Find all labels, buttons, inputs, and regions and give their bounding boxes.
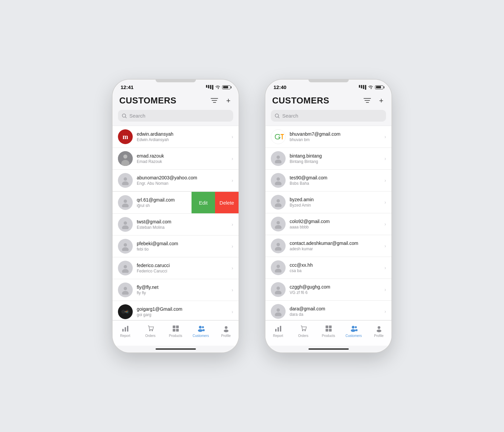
filter-icon-1: [211, 98, 218, 103]
customer-item[interactable]: emad.razouk Emad Razouk ›: [113, 148, 239, 170]
svg-point-8: [122, 204, 129, 207]
customer-item[interactable]: fly@fly.net fly fly ›: [113, 279, 239, 301]
customer-item[interactable]: twst@gmail.com Esteban Molina ›: [113, 214, 239, 235]
avatar: [271, 217, 286, 231]
chevron-right-icon: ›: [384, 265, 386, 270]
svg-point-78: [355, 329, 358, 331]
avatar: [118, 283, 133, 297]
customer-info: colo92@gmail.com aaaa bbbb: [290, 219, 382, 229]
orders-icon-1: [146, 325, 155, 333]
orders-icon-2: [299, 325, 307, 333]
svg-rect-73: [326, 329, 328, 332]
customer-item[interactable]: contact.adeshkumar@gmail.com adesh kumar…: [265, 235, 391, 257]
svg-rect-47: [282, 134, 283, 139]
nav-label-report-1: Report: [120, 334, 130, 338]
svg-point-79: [378, 326, 380, 329]
svg-point-10: [122, 225, 129, 229]
customer-item[interactable]: goigarg1@Gmail.com goi garg ›: [113, 301, 239, 320]
add-button-2[interactable]: +: [378, 96, 385, 106]
svg-point-70: [304, 330, 306, 331]
search-box-2[interactable]: Search: [271, 110, 386, 122]
customer-email: pfebeki@gmail.com: [137, 241, 229, 246]
svg-rect-71: [326, 326, 328, 328]
plus-icon-1: +: [226, 97, 230, 104]
nav-label-orders-2: Orders: [298, 334, 308, 338]
customer-info: federico.carucci Federico Carucci: [137, 263, 229, 273]
customer-name: Esteban Molina: [137, 225, 229, 230]
chevron-right-icon: ›: [384, 156, 386, 161]
customer-name: adesh kumar: [290, 247, 382, 251]
svg-point-75: [352, 326, 354, 329]
svg-rect-74: [329, 329, 332, 332]
edit-button[interactable]: Edit: [192, 192, 215, 213]
search-box-1[interactable]: Search: [118, 110, 233, 122]
report-icon-2: [274, 325, 282, 333]
svg-line-44: [278, 117, 279, 118]
svg-point-23: [127, 311, 128, 312]
customer-info: goigarg1@Gmail.com goi garg: [137, 306, 229, 317]
nav-customers-1[interactable]: Customers: [188, 323, 213, 339]
search-placeholder-1: Search: [129, 113, 145, 119]
customer-info: dara@gmail.com dara da: [290, 306, 382, 317]
nav-label-customers-2: Customers: [345, 334, 362, 338]
chevron-right-icon: ›: [232, 222, 233, 227]
customer-email: goigarg1@Gmail.com: [137, 306, 229, 312]
header-actions-1: +: [209, 96, 232, 106]
nav-profile-2[interactable]: Profile: [366, 323, 391, 339]
customer-item[interactable]: abunoman2003@yahoo.com Engr. Abu Noman ›: [113, 170, 239, 191]
nav-products-1[interactable]: Products: [163, 323, 188, 339]
customer-item[interactable]: federico.carucci Federico Carucci ›: [113, 257, 239, 279]
svg-point-76: [351, 329, 355, 332]
nav-customers-2[interactable]: Customers: [341, 323, 366, 339]
customer-email: edwin.ardiansyah: [137, 131, 229, 137]
customer-item[interactable]: pfebeki@gmail.com febi tio ›: [113, 235, 239, 257]
customer-name: goi garg: [137, 312, 229, 317]
filter-button-1[interactable]: [209, 97, 219, 105]
search-icon-1: [122, 114, 127, 118]
search-icon-2: [275, 114, 280, 118]
plus-icon-2: +: [379, 97, 383, 104]
svg-point-41: [225, 326, 227, 329]
customer-email: colo92@gmail.com: [290, 219, 382, 224]
swiped-customer-item[interactable]: qrl.61@gmail.com iğrul sh › Edit Delete: [113, 191, 239, 214]
customer-item[interactable]: dara@gmail.com dara da ›: [265, 301, 391, 320]
svg-point-6: [122, 181, 129, 185]
search-container-1: Search: [113, 110, 239, 126]
bottom-nav-1: Report Orders: [113, 320, 239, 346]
customer-item[interactable]: m edwin.ardiansyah Edwin Ardiansyah ›: [113, 126, 239, 148]
customer-item[interactable]: colo92@gmail.com aaaa bbbb ›: [265, 213, 391, 235]
svg-point-31: [149, 330, 151, 331]
nav-profile-1[interactable]: Profile: [213, 323, 239, 339]
customer-name: Bintang Bintang: [290, 159, 382, 164]
svg-point-5: [124, 177, 127, 181]
customer-item[interactable]: byzed.amin Byzed Amin ›: [265, 191, 391, 213]
customer-email: abunoman2003@yahoo.com: [137, 175, 229, 180]
customer-item[interactable]: bhuvanbm7@gmail.com bhuvan bm ›: [265, 126, 391, 148]
nav-report-1[interactable]: Report: [113, 323, 138, 339]
delete-button[interactable]: Delete: [215, 192, 239, 213]
nav-orders-2[interactable]: Orders: [291, 323, 316, 339]
customer-info: bhuvanbm7@gmail.com bhuvan bm: [290, 131, 382, 142]
filter-button-2[interactable]: [362, 97, 372, 105]
add-button-1[interactable]: +: [225, 96, 232, 106]
notch-2: [308, 80, 349, 82]
svg-point-60: [277, 287, 280, 290]
chevron-right-icon: ›: [384, 134, 386, 139]
nav-report-2[interactable]: Report: [265, 323, 291, 339]
customer-item[interactable]: czggh@gughg.com VG zf f6 6 ›: [265, 279, 391, 301]
customer-item[interactable]: ccc@xx.hh csa ba ›: [265, 257, 391, 279]
svg-point-15: [124, 287, 127, 290]
chevron-right-icon: ›: [232, 309, 233, 314]
nav-label-report-2: Report: [273, 334, 283, 338]
customer-item[interactable]: tes90@gmail.com Bsbs Baha ›: [265, 170, 391, 191]
customer-item[interactable]: bintang.bintang Bintang Bintang ›: [265, 148, 391, 170]
chevron-right-icon: ›: [384, 200, 386, 205]
svg-point-57: [275, 247, 282, 251]
customer-email: bhuvanbm7@gmail.com: [290, 131, 382, 137]
products-icon-2: [325, 325, 333, 333]
customer-email: byzed.amin: [290, 197, 382, 202]
svg-point-32: [152, 330, 153, 331]
page-title-1: CUSTOMERS: [119, 95, 176, 106]
nav-products-2[interactable]: Products: [316, 323, 341, 339]
nav-orders-1[interactable]: Orders: [138, 323, 163, 339]
